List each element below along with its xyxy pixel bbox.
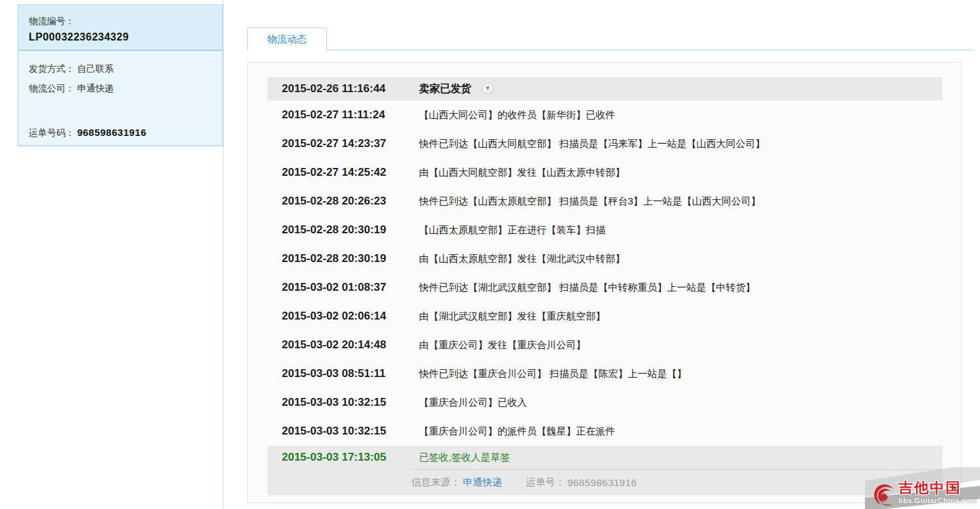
event-desc: 由【湖北武汉航空部】发往【重庆航空部】 [419, 310, 605, 323]
timeline-event-row: 2015-02-27 14:25:42 由【山西大同航空部】发往【山西太原中转部… [267, 158, 943, 187]
watermark-content: 吉他中国 bbs.GuitarChina.com [871, 478, 977, 508]
timeline-event-row: 2015-02-28 20:30:19 【山西太原航空部】正在进行【装车】扫描 [267, 216, 943, 244]
event-time: 2015-03-03 10:32:15 [282, 396, 405, 409]
event-time: 2015-02-27 11:11:24 [282, 108, 405, 122]
event-desc: 快件已到达【湖北武汉航空部】 扫描员是【中转称重员】上一站是【中转货】 [419, 282, 755, 294]
timeline-event-row: 2015-03-03 08:51:11 快件已到达【重庆合川公司】 扫描员是【陈… [267, 359, 943, 388]
tab-logistics-updates[interactable]: 物流动态 [247, 27, 327, 50]
source-waybill-label: 运单号： [526, 476, 565, 489]
source-waybill-number: 968598631916 [567, 477, 637, 488]
watermark-subtitle: bbs.GuitarChina.com [898, 496, 977, 505]
timeline-event-row: 2015-03-02 01:08:37 快件已到达【湖北武汉航空部】 扫描员是【… [267, 273, 943, 302]
signed-desc: 已签收,签收人是草签 [419, 452, 510, 464]
column-divider [223, 0, 224, 509]
source-company-link[interactable]: 申通快递 [463, 476, 502, 489]
logistics-number-box: 物流编号： LP00032236234329 [18, 5, 223, 50]
event-desc: 快件已到达【山西太原航空部】 扫描员是【秤台3】上一站是【山西大同公司】 [419, 195, 761, 208]
watermark: 吉他中国 bbs.GuitarChina.com [865, 467, 980, 509]
signed-time: 2015-03-03 17:13:05 [282, 451, 405, 464]
timeline-panel: 2015-02-26 11:16:44 卖家已发货 ▼ 2015-02-27 1… [247, 62, 962, 503]
timeline-event-row: 2015-03-03 10:32:15 【重庆合川公司】的派件员【魏星】正在派件 [267, 417, 943, 446]
chevron-down-circle-icon[interactable]: ▼ [482, 83, 494, 95]
timeline-header-row: 2015-02-26 11:16:44 卖家已发货 ▼ [267, 77, 943, 101]
watermark-title: 吉他中国 [898, 480, 961, 496]
logistics-tracking-page: 物流编号： LP00032236234329 发货方式： 自己联系 物流公司： … [0, 0, 980, 509]
event-desc: 【山西太原航空部】正在进行【装车】扫描 [419, 224, 605, 237]
waybill-number-label: 运单号码： [29, 127, 75, 138]
waybill-number-value: 968598631916 [77, 127, 146, 138]
timeline-event-row: 2015-03-03 10:32:15 【重庆合川公司】已收入 [267, 388, 943, 417]
logistics-company-label: 物流公司： [29, 83, 75, 93]
event-desc: 【重庆合川公司】已收入 [419, 397, 527, 409]
timeline-event-row: 2015-02-27 11:11:24 【山西大同公司】的收件员【新华街】已收件 [267, 101, 943, 129]
logistics-company-value: 申通快递 [77, 83, 114, 93]
event-time: 2015-02-27 14:25:42 [282, 166, 405, 179]
header-title: 卖家已发货 [419, 82, 471, 96]
event-desc: 快件已到达【重庆合川公司】 扫描员是【陈宏】上一站是【】 [419, 368, 686, 380]
watermark-text: 吉他中国 bbs.GuitarChina.com [898, 480, 977, 505]
event-time: 2015-03-02 20:14:48 [282, 338, 405, 352]
timeline-event-row: 2015-02-28 20:30:19 由【山西太原航空部】发往【湖北武汉中转部… [267, 244, 943, 273]
ship-method-line: 发货方式： 自己联系 [29, 59, 212, 78]
event-time: 2015-03-03 10:32:15 [282, 425, 405, 438]
guitar-china-dragon-icon [871, 482, 897, 508]
logistics-number-value: LP00032236234329 [29, 29, 212, 46]
logistics-number-label: 物流编号： [29, 13, 212, 29]
event-time: 2015-03-02 02:06:14 [282, 310, 405, 323]
event-time: 2015-02-28 20:26:23 [282, 195, 405, 208]
event-time: 2015-02-27 14:23:37 [282, 137, 405, 150]
ship-method-value: 自己联系 [77, 63, 114, 74]
waybill-number-line: 运单号码： 968598631916 [29, 123, 212, 142]
tab-label: 物流动态 [267, 33, 307, 46]
tab-strip-line [247, 50, 974, 50]
event-time: 2015-02-28 20:30:19 [282, 252, 405, 265]
event-time: 2015-03-03 08:51:11 [282, 367, 405, 380]
event-desc: 由【山西太原航空部】发往【湖北武汉中转部】 [419, 253, 625, 265]
timeline-event-row: 2015-03-02 20:14:48 由【重庆公司】发往【重庆合川公司】 [267, 331, 943, 359]
event-time: 2015-03-02 01:08:37 [282, 281, 405, 294]
source-info-row: 信息来源： 申通快递 运单号： 968598631916 [411, 469, 939, 489]
timeline-event-row: 2015-03-02 02:06:14 由【湖北武汉航空部】发往【重庆航空部】 [267, 302, 943, 331]
signed-status-block: 2015-03-03 17:13:05 已签收,签收人是草签 信息来源： 申通快… [267, 446, 943, 495]
timeline-event-row: 2015-02-27 14:23:37 快件已到达【山西大同航空部】 扫描员是【… [267, 129, 943, 158]
event-desc: 【山西大同公司】的收件员【新华街】已收件 [419, 109, 615, 122]
source-label: 信息来源： [411, 476, 460, 489]
event-desc: 快件已到达【山西大同航空部】 扫描员是【冯来军】上一站是【山西大同公司】 [419, 138, 765, 150]
event-desc: 由【重庆公司】发往【重庆合川公司】 [419, 339, 586, 352]
event-desc: 【重庆合川公司】的派件员【魏星】正在派件 [419, 425, 615, 438]
ship-method-label: 发货方式： [29, 63, 75, 74]
event-time: 2015-02-28 20:30:19 [282, 223, 405, 237]
timeline-event-row: 2015-02-28 20:26:23 快件已到达【山西太原航空部】 扫描员是【… [267, 187, 943, 216]
shipping-info-box: 发货方式： 自己联系 物流公司： 申通快递 运单号码： 968598631916 [18, 50, 223, 146]
signed-status-row: 2015-03-03 17:13:05 已签收,签收人是草签 [267, 446, 943, 469]
event-desc: 由【山西大同航空部】发往【山西太原中转部】 [419, 167, 625, 179]
logistics-company-line: 物流公司： 申通快递 [29, 78, 212, 98]
header-time: 2015-02-26 11:16:44 [282, 82, 405, 95]
